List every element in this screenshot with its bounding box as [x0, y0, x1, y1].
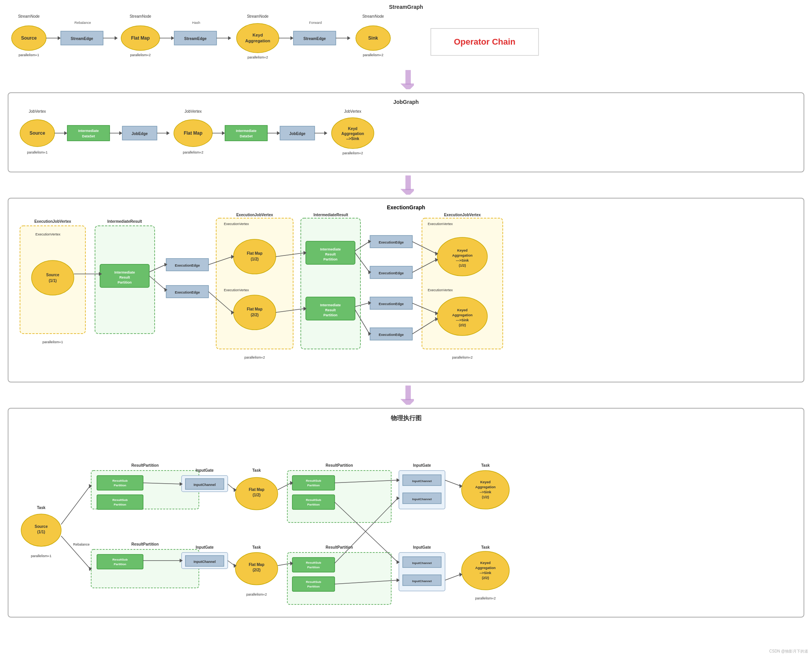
phys-fm1-label1: Flat Map	[249, 487, 265, 492]
sg-flatmap-label: Flat Map	[131, 35, 150, 41]
svg-marker-2	[400, 83, 414, 89]
sg-keyed-label1: Keyd	[253, 33, 263, 37]
eg-ir1-label: IntermediateResult	[107, 219, 142, 224]
phys-rsp7-rect	[292, 577, 335, 591]
sg-flatmap-bottom-label: parallelism=2	[130, 53, 150, 57]
sg-keyed-oval	[237, 23, 279, 53]
phys-rsp1-rect	[97, 476, 143, 490]
eg-fm2-label2: (2/2)	[251, 313, 259, 317]
eg-ee2-label1: ExecutionEdge	[378, 240, 403, 244]
stream-graph-section: StreamGraph StreamNode Source parallelis…	[8, 4, 804, 67]
phys-rsp7-label2: Partition	[307, 585, 320, 588]
jg-source-label: Source	[30, 130, 45, 136]
phys-kas2-l2: Aggregation	[475, 566, 496, 570]
sg-source-top-label: StreamNode	[18, 14, 40, 18]
svg-rect-3	[405, 175, 411, 190]
phys-task-kas1-label: Task	[481, 463, 490, 467]
sg-edge2-label: StreamEdge	[184, 37, 207, 41]
job-graph-svg: JobVertex Source parallelism=1 Intermedi…	[16, 108, 593, 162]
job-graph-title: JobGraph	[16, 99, 796, 105]
phys-kas2-oval	[462, 551, 509, 590]
sg-arrow1-head	[58, 36, 61, 40]
phys-rsp3-label2: Partition	[114, 563, 127, 566]
jg-ds1-label1: Intermediate	[78, 129, 99, 133]
phys-ig3-title: InputGate	[413, 463, 431, 467]
sg-source-bottom-label: parallelism=1	[18, 53, 39, 57]
arrow-down-2	[8, 175, 804, 195]
jg-ds2-label2: DataSet	[240, 134, 253, 138]
phys-kas1-l3: -->Sink	[480, 490, 492, 494]
jg-ds2-label1: Intermediate	[236, 129, 257, 133]
phys-ig4-title: InputGate	[413, 545, 431, 549]
phys-ic5-label: InputChannel	[412, 561, 432, 565]
sg-arrow2-head	[115, 36, 118, 40]
jg-conn2-head	[119, 131, 122, 135]
eg-ee2-label4: ExecutionEdge	[378, 333, 403, 337]
svg-rect-1	[405, 70, 411, 85]
eg-ejv2-parallelism: parallelism=2	[244, 356, 265, 359]
phys-rp2-title: ResultPartition	[131, 542, 158, 546]
phys-kas2-l4: (2/2)	[482, 576, 489, 580]
phys-src-to-rp1	[61, 486, 90, 524]
phys-ic6-to-kas2	[445, 574, 460, 580]
sg-forward-label: Forward	[309, 21, 322, 25]
sg-edge3-label: StreamEdge	[303, 37, 326, 41]
eg-irp2-label2: Result	[325, 252, 336, 256]
eg-irp1-label3: Partition	[118, 280, 132, 284]
eg-ev3-label: ExecutionVertex	[224, 288, 249, 292]
jg-conn5-head	[277, 131, 280, 135]
eg-irp1-label1: Intermediate	[114, 270, 135, 274]
phys-rsp1-label1: ResultSub	[112, 479, 128, 482]
eg-kas2-label2: Aggregation	[452, 313, 473, 317]
eg-ejv1-top-label: ExecutionJobVertex	[34, 219, 71, 224]
phys-task-kas2-label: Task	[481, 545, 490, 549]
phys-rsp7-label1: ResultSub	[306, 580, 321, 584]
eg-fm1-label1: Flat Map	[247, 251, 263, 255]
eg-ev1-label: ExecutionVertex	[35, 232, 61, 236]
sg-edge1-label: StreamEdge	[71, 37, 93, 41]
svg-marker-4	[400, 189, 414, 195]
jg-ds2-rect	[225, 125, 267, 141]
phys-kas1-oval	[462, 471, 509, 509]
phys-rsp4-label2: Partition	[307, 484, 320, 487]
phys-p2-label: parallelism=2	[246, 593, 267, 596]
eg-kas1-label3: --->Sink	[456, 259, 469, 262]
phys-rsp2-label2: Partition	[114, 503, 127, 506]
phys-source-label2: (1/1)	[37, 530, 45, 534]
phys-kas2-l3: -->Sink	[480, 571, 492, 575]
job-graph-section: JobGraph JobVertex Source parallelism=1 …	[8, 92, 804, 172]
sg-flatmap-top-label: StreamNode	[130, 14, 152, 18]
eg-fm2-label1: Flat Map	[247, 307, 263, 311]
jg-conn4-head	[222, 131, 225, 135]
stream-graph-svg: StreamNode Source parallelism=1 Rebalanc…	[8, 13, 623, 63]
eg-irp3-label2: Result	[325, 308, 336, 312]
eg-irp3-label1: Intermediate	[320, 303, 341, 307]
sg-arrow4-head	[228, 36, 231, 40]
sg-hash-label: Hash	[192, 21, 200, 25]
phys-fm2-label1: Flat Map	[249, 563, 265, 567]
jg-edge2-label: JobEdge	[289, 132, 306, 136]
eg-source-ev-label1: Source	[46, 273, 59, 277]
phys-ig2-title: InputGate	[196, 545, 214, 549]
phys-src-to-rp2	[61, 536, 90, 569]
eg-ee2-label2: ExecutionEdge	[378, 271, 403, 275]
phys-graph-svg: Task Source (1/1) Rebalance parallelism=…	[16, 426, 805, 607]
phys-kas1-l1: Keyed	[480, 480, 490, 484]
jg-edge1-label: JobEdge	[132, 132, 148, 136]
phys-kas1-l2: Aggregation	[475, 485, 496, 489]
eg-fm1-oval	[233, 239, 276, 274]
eg-ir2-box	[301, 218, 360, 349]
phys-fm1-label2: (1/2)	[253, 493, 261, 497]
sg-source-label: Source	[21, 35, 37, 41]
eg-ev2-label: ExecutionVertex	[224, 222, 249, 226]
svg-marker-6	[400, 399, 414, 405]
phys-rsp2-rect	[97, 495, 143, 509]
phys-rsp6-label2: Partition	[307, 566, 320, 569]
phys-task-fm1-label: Task	[252, 468, 261, 472]
phys-ic3-to-kas1	[445, 480, 460, 486]
exec-graph-title: ExectionGraph	[16, 204, 796, 210]
phys-rsp5-label2: Partition	[307, 503, 320, 506]
phys-rsp5-label1: ResultSub	[306, 498, 321, 502]
phys-rsp3-label1: ResultSub	[112, 558, 128, 561]
eg-ev4-label: ExecutionVertex	[428, 222, 453, 226]
